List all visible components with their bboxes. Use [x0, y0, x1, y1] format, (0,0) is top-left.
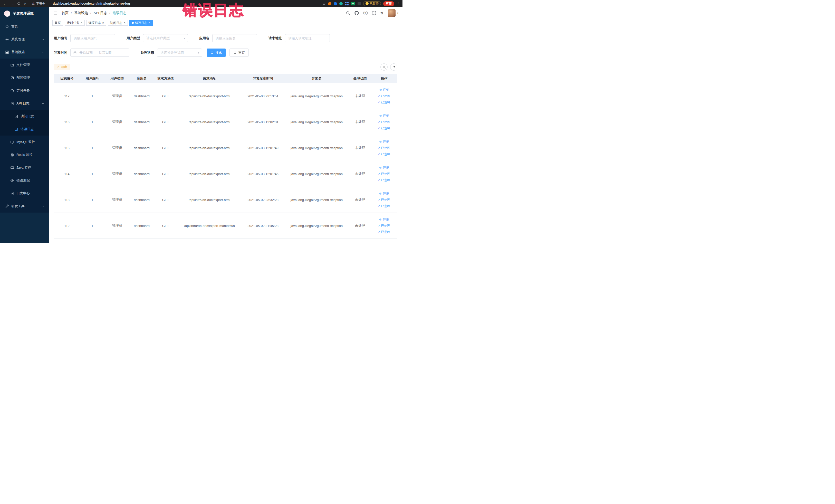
- process-status-select[interactable]: 请选择处理状态 ▾: [157, 48, 202, 57]
- sidebar-item-log-center[interactable]: 日志中心: [0, 187, 49, 200]
- processed-link[interactable]: ✓已处理: [378, 146, 390, 150]
- toggle-search-button[interactable]: [381, 63, 388, 70]
- close-icon[interactable]: ×: [81, 21, 82, 24]
- sidebar-item-system[interactable]: 系统管理: [0, 33, 49, 46]
- extension-on-icon[interactable]: on: [351, 2, 355, 5]
- breadcrumb-home[interactable]: 首页: [62, 11, 68, 15]
- search-icon: [383, 65, 386, 69]
- ignored-link[interactable]: ✓已忽略: [378, 100, 390, 104]
- browser-back-icon[interactable]: ←: [3, 2, 8, 5]
- refresh-table-button[interactable]: [390, 63, 398, 70]
- paused-badge[interactable]: 已暂停: [363, 1, 381, 6]
- extension-icon-2[interactable]: [334, 2, 337, 5]
- tab-error-log[interactable]: 错误日志 ×: [129, 20, 153, 26]
- ignored-link[interactable]: ✓已忽略: [378, 178, 390, 182]
- sidebar-item-mysql-monitor[interactable]: MySQL 监控: [0, 136, 49, 148]
- browser-forward-icon[interactable]: →: [10, 2, 15, 5]
- cell-exception: java.lang.IllegalArgumentException: [284, 161, 349, 187]
- check-icon: ✓: [378, 224, 380, 227]
- sidebar-item-file-management[interactable]: 文件管理: [0, 59, 49, 72]
- sidebar-item-config-management[interactable]: 配置管理: [0, 72, 49, 84]
- user-id-input[interactable]: [70, 34, 115, 42]
- update-button[interactable]: 更新: [383, 1, 394, 6]
- user-type-select[interactable]: 请选择用户类型 ▾: [143, 34, 188, 42]
- app-name-input[interactable]: [212, 34, 257, 42]
- font-size-icon[interactable]: tT: [381, 11, 384, 15]
- fullscreen-icon[interactable]: [372, 11, 376, 15]
- exception-time-range-picker[interactable]: 开始日期 - 结束日期: [70, 48, 129, 57]
- tab-access-log[interactable]: 访问日志 ×: [108, 20, 128, 26]
- eye-icon: [379, 192, 382, 195]
- help-icon[interactable]: ?: [363, 11, 368, 15]
- user-menu[interactable]: ▾: [388, 9, 399, 17]
- extension-icon-3[interactable]: [339, 2, 343, 5]
- detail-link[interactable]: 详细: [379, 88, 389, 92]
- extension-icon-1[interactable]: [328, 2, 331, 5]
- warning-icon: ⚠: [32, 2, 35, 5]
- tab-scheduled-jobs[interactable]: 定时任务 ×: [65, 20, 85, 26]
- sidebar-item-access-log[interactable]: 访问日志: [0, 110, 49, 123]
- browser-reload-icon[interactable]: [17, 2, 21, 5]
- sidebar-item-redis-monitor[interactable]: Redis 监控: [0, 148, 49, 161]
- close-icon[interactable]: ×: [102, 21, 104, 24]
- check-icon: ✓: [378, 147, 380, 149]
- sidebar-item-home[interactable]: 首页: [0, 20, 49, 33]
- user-type-label: 用户类型: [126, 36, 140, 41]
- detail-link[interactable]: 详细: [379, 218, 389, 222]
- check-icon: ✓: [378, 179, 380, 182]
- cell-user-id: 1: [80, 213, 105, 239]
- hamburger-icon[interactable]: [53, 11, 58, 15]
- github-icon[interactable]: [354, 11, 359, 15]
- sidebar-item-scheduled-jobs[interactable]: 定时任务: [0, 84, 49, 97]
- processed-link[interactable]: ✓已处理: [378, 198, 390, 202]
- reset-button[interactable]: 重置: [229, 48, 249, 57]
- cell-status: 未处理: [349, 187, 371, 213]
- breadcrumb-api-log[interactable]: API 日志: [94, 11, 107, 15]
- log-icon: [10, 102, 14, 105]
- document-icon: [10, 191, 14, 195]
- sidebar-item-infrastructure[interactable]: 基础设施: [0, 46, 49, 59]
- browser-home-icon[interactable]: ⌂: [23, 2, 28, 5]
- detail-link[interactable]: 详细: [379, 114, 389, 118]
- ignored-link[interactable]: ✓已忽略: [378, 204, 390, 208]
- close-icon[interactable]: ×: [124, 21, 125, 24]
- close-icon[interactable]: ×: [149, 21, 150, 24]
- sidebar-item-label: Java 监控: [16, 165, 31, 170]
- chevron-down-icon: [42, 38, 45, 41]
- search-icon[interactable]: [346, 11, 350, 15]
- security-chip[interactable]: ⚠ 不安全: [32, 2, 45, 6]
- sidebar-item-error-log[interactable]: 错误日志: [0, 123, 49, 136]
- sidebar-item-trace[interactable]: 链路追踪: [0, 174, 49, 187]
- cell-method: GET: [154, 187, 177, 213]
- cell-app: dashboard: [129, 187, 154, 213]
- ignored-link[interactable]: ✓已忽略: [378, 152, 390, 156]
- chevron-down-icon: [42, 205, 45, 208]
- detail-link[interactable]: 详细: [379, 191, 389, 196]
- request-url-input[interactable]: [285, 34, 330, 42]
- processed-link[interactable]: ✓已处理: [378, 94, 390, 98]
- cell-url: /api/infra/db-doc/export-html: [177, 109, 242, 135]
- sidebar-item-api-log[interactable]: API 日志: [0, 97, 49, 110]
- processed-link[interactable]: ✓已处理: [378, 172, 390, 176]
- sidebar-item-devtools[interactable]: 研发工具: [0, 200, 49, 213]
- search-button[interactable]: 搜索: [207, 48, 226, 57]
- cell-user-type: 管理员: [105, 187, 129, 213]
- tab-schedule-log[interactable]: 调度日志 ×: [86, 20, 106, 26]
- detail-link[interactable]: 详细: [379, 166, 389, 170]
- bookmark-star-icon[interactable]: ☆: [322, 2, 326, 6]
- ignored-link[interactable]: ✓已忽略: [378, 126, 390, 130]
- processed-link[interactable]: ✓已处理: [378, 224, 390, 228]
- processed-link[interactable]: ✓已处理: [378, 120, 390, 124]
- export-button[interactable]: 导出: [54, 64, 70, 70]
- ignored-link[interactable]: ✓已忽略: [378, 230, 390, 234]
- app-logo[interactable]: 芋道管理系统: [0, 7, 49, 20]
- url-text[interactable]: dashboard.yudao.iocoder.cn/infra/log/api…: [53, 2, 130, 5]
- detail-link[interactable]: 详细: [379, 140, 389, 144]
- breadcrumb-infrastructure[interactable]: 基础设施: [74, 11, 88, 15]
- sidebar-item-java-monitor[interactable]: Java 监控: [0, 161, 49, 174]
- cell-time: 2021-05-03 12:02:31: [242, 109, 284, 135]
- extension-grid-icon[interactable]: [345, 2, 349, 5]
- browser-menu-icon[interactable]: ⋮: [396, 2, 400, 6]
- extension-icon-4[interactable]: [358, 2, 361, 5]
- tab-home[interactable]: 首页: [53, 20, 63, 26]
